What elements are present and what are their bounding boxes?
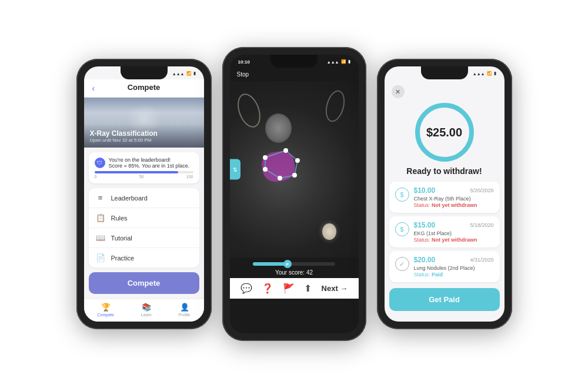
earning-date-3: 4/31/2020 [470, 257, 493, 263]
earning-details-3: $20.00 4/31/2020 Lung Nodules (2nd Place… [414, 256, 494, 277]
menu-label-leaderboard: Leaderboard [111, 195, 148, 202]
phones-container: ▲▲▲ 📶 ▮ ‹ Compete X-Ray Classification O… [65, 35, 524, 353]
earning-status-2: Status: Not yet withdrawn [414, 237, 494, 243]
help-icon[interactable]: ❓ [262, 283, 273, 294]
lc-main-text: You're on the leaderboard! [109, 157, 190, 163]
notch-2 [270, 55, 318, 68]
status-icons-3: ▲▲▲ 📶 ▮ [473, 71, 496, 76]
status-time-2: 10:10 [238, 59, 250, 65]
score-label: Your score: 42 [230, 269, 359, 276]
battery-icon-3: ▮ [494, 71, 496, 76]
earning-status-3: Status: Paid [414, 272, 494, 277]
page-title: Compete [128, 83, 161, 92]
battery-icon-2: ▮ [348, 59, 350, 64]
ct-rib-left [233, 91, 264, 131]
earning-item-1: $ $10.00 5/20/2020 Chest X-Ray (5th Plac… [389, 182, 500, 213]
phone1-screen: ▲▲▲ 📶 ▮ ‹ Compete X-Ray Classification O… [84, 66, 204, 322]
svg-point-6 [263, 155, 268, 160]
stop-button[interactable]: Stop [230, 68, 359, 81]
menu-label-rules: Rules [111, 215, 128, 222]
phone3-screen: ▲▲▲ 📶 ▮ ✕ $25.00 Ready to withdraw! [385, 66, 505, 322]
svg-point-11 [263, 167, 268, 172]
lc-row: 🛡 You're on the leaderboard! Score = 85%… [95, 157, 193, 169]
earning-amount-1: $10.00 [414, 186, 436, 195]
phone1-header: ‹ Compete [84, 79, 204, 98]
earning-date-2: 5/18/2020 [470, 222, 493, 228]
xray-overlay: X-Ray Classification Open until Nov 10 a… [90, 129, 158, 143]
svg-line-0 [265, 150, 286, 158]
score-thumb: ⇄ [283, 260, 292, 268]
amount-text: $25.00 [426, 126, 462, 139]
menu-item-tutorial[interactable]: 📖 Tutorial [89, 228, 199, 248]
earning-top-2: $15.00 5/18/2020 [414, 221, 494, 229]
circle-amount: $25.00 [385, 103, 505, 162]
score-bar: ⇄ Your score: 42 [230, 257, 359, 278]
menu-label-practice: Practice [111, 255, 135, 262]
nav-learn[interactable]: 📚 Learn [141, 303, 152, 317]
earning-item-2: $ $15.00 5/18/2020 EKG (1st Place) Statu… [389, 216, 500, 247]
phone2-screen: 10:10 ▲▲▲ 📶 ▮ Stop [230, 55, 359, 333]
menu-list: ≡ Leaderboard 📋 Rules 📖 Tutorial 📄 Pract… [89, 188, 199, 267]
scan-scroll-handle[interactable]: ⇅ [230, 159, 240, 180]
svg-line-4 [265, 169, 280, 178]
ct-scan-image: ⇅ [230, 81, 359, 257]
ct-body [230, 81, 359, 257]
nav-compete[interactable]: 🏆 Compete [97, 303, 113, 317]
signal-icon: ▲▲▲ [172, 72, 185, 76]
signal-icon-2: ▲▲▲ [327, 60, 339, 64]
phone-3: ▲▲▲ 📶 ▮ ✕ $25.00 Ready to withdraw! [377, 59, 512, 329]
label-100: 100 [186, 175, 193, 179]
status-icons-2: ▲▲▲ 📶 ▮ [327, 59, 350, 64]
check-icon-3: ✓ [395, 257, 409, 271]
bottom-nav: 🏆 Compete 📚 Learn 👤 Profile [84, 299, 204, 322]
nav-learn-icon: 📚 [142, 303, 151, 312]
dollar-icon-1: $ [395, 188, 409, 202]
wifi-icon-2: 📶 [341, 59, 346, 64]
lc-score-text: Score = 85%. You are in 1st place. [109, 163, 190, 169]
nav-profile[interactable]: 👤 Profile [179, 303, 191, 317]
earnings-list: $ $10.00 5/20/2020 Chest X-Ray (5th Plac… [389, 182, 500, 282]
share-icon[interactable]: ⬆ [304, 283, 312, 294]
earning-desc-2: EKG (1st Place) [414, 230, 494, 236]
earning-details-2: $15.00 5/18/2020 EKG (1st Place) Status:… [414, 221, 494, 243]
phone-1: ▲▲▲ 📶 ▮ ‹ Compete X-Ray Classification O… [76, 59, 212, 329]
ct-rib-right [322, 88, 348, 124]
tutorial-icon: 📖 [96, 233, 105, 242]
xray-image: X-Ray Classification Open until Nov 10 a… [84, 98, 204, 148]
comment-icon[interactable]: 💬 [240, 283, 252, 294]
practice-icon: 📄 [96, 253, 105, 262]
menu-item-rules[interactable]: 📋 Rules [89, 208, 199, 228]
score-fill [253, 262, 288, 266]
close-btn-row: ✕ [385, 79, 505, 101]
dollar-icon-2: $ [395, 222, 409, 236]
next-button[interactable]: Next → [322, 284, 348, 293]
label-0: 0 [95, 175, 97, 179]
flag-icon[interactable]: 🚩 [283, 283, 295, 294]
nav-profile-label: Profile [179, 313, 191, 317]
ct-annotation-svg [253, 140, 306, 187]
label-50: 50 [139, 175, 144, 179]
menu-item-leaderboard[interactable]: ≡ Leaderboard [89, 188, 199, 208]
action-bar: 💬 ❓ 🚩 ⬆ Next → [230, 278, 359, 299]
leaderboard-icon: ≡ [96, 193, 105, 202]
wifi-icon: 📶 [186, 71, 192, 76]
svg-point-8 [295, 158, 300, 163]
nav-compete-label: Compete [97, 313, 113, 317]
score-indicator: ⇄ [230, 262, 359, 266]
compete-button[interactable]: Compete [89, 272, 199, 294]
close-button[interactable]: ✕ [392, 85, 405, 98]
earning-desc-3: Lung Nodules (2nd Place) [414, 265, 494, 271]
earning-item-3: ✓ $20.00 4/31/2020 Lung Nodules (2nd Pla… [389, 251, 500, 282]
ct-vessel [265, 113, 292, 143]
battery-icon: ▮ [193, 71, 196, 76]
wifi-icon-3: 📶 [487, 71, 492, 76]
get-paid-button[interactable]: Get Paid [389, 288, 500, 311]
ct-background [230, 81, 359, 257]
back-button[interactable]: ‹ [92, 83, 95, 93]
nav-profile-icon: 👤 [180, 303, 189, 312]
menu-item-practice[interactable]: 📄 Practice [89, 248, 199, 267]
notch-3 [421, 66, 468, 79]
ready-title: Ready to withdraw! [385, 166, 505, 176]
xray-subtitle: Open until Nov 10 at 5:00 PM [90, 138, 158, 143]
svg-point-7 [283, 148, 288, 153]
